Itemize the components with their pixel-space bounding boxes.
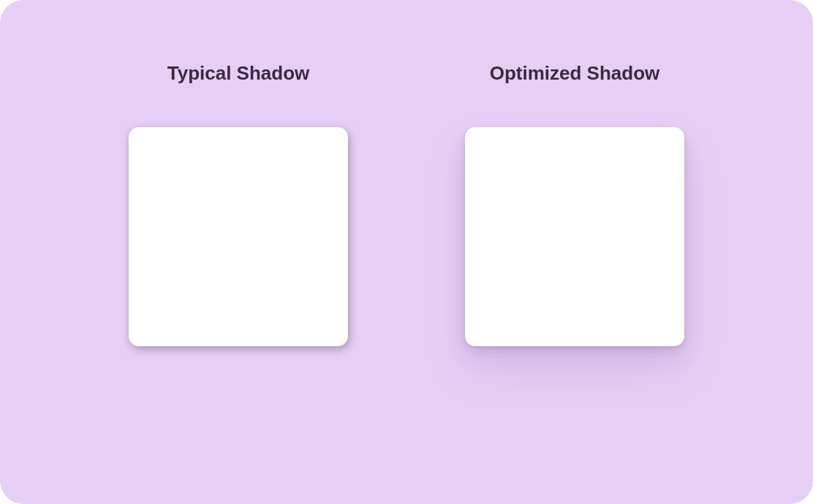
typical-shadow-label: Typical Shadow xyxy=(167,62,310,85)
optimized-shadow-label: Optimized Shadow xyxy=(490,62,660,85)
typical-shadow-example: Typical Shadow xyxy=(129,62,348,346)
typical-shadow-box xyxy=(129,127,348,346)
optimized-shadow-box xyxy=(465,127,684,346)
shadow-comparison-container: Typical Shadow Optimized Shadow xyxy=(0,0,813,504)
optimized-shadow-example: Optimized Shadow xyxy=(465,62,684,346)
